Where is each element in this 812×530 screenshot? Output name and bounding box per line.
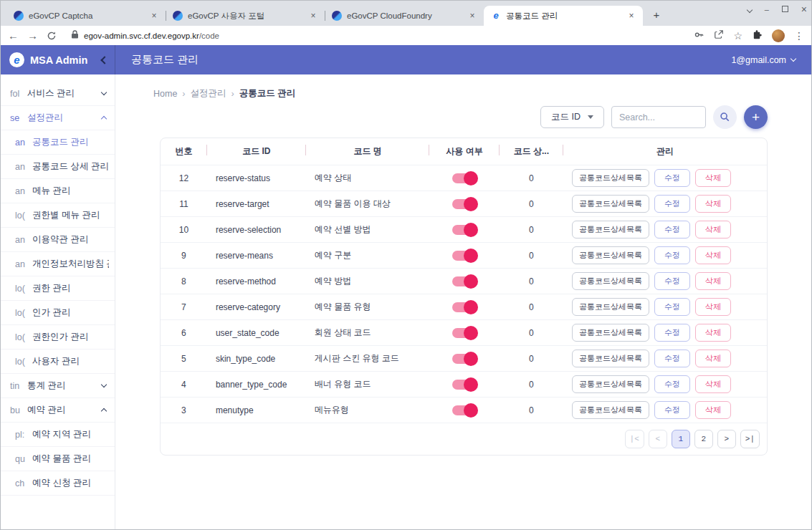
cell-detail-count: 0: [500, 191, 563, 217]
sidebar-item-label: 개인정보처리방침 관: [32, 258, 109, 270]
forward-icon[interactable]: →: [27, 29, 38, 42]
back-icon[interactable]: ←: [8, 29, 19, 42]
share-icon[interactable]: [714, 29, 724, 42]
edit-button[interactable]: 수정: [654, 195, 690, 213]
sidebar-item-사용자-관리[interactable]: lo(사용자 관리: [1, 350, 115, 374]
use-toggle-on[interactable]: [452, 276, 476, 286]
sidebar-item-예약-물품-관리[interactable]: qu예약 물품 관리: [1, 447, 115, 471]
new-tab-button[interactable]: +: [647, 6, 666, 24]
close-button[interactable]: ×: [801, 4, 807, 15]
delete-button[interactable]: 삭제: [695, 195, 731, 213]
page-2-button[interactable]: 2: [694, 430, 713, 448]
detail-list-button[interactable]: 공통코드상세목록: [572, 298, 649, 316]
detail-list-button[interactable]: 공통코드상세목록: [572, 272, 649, 290]
edit-button[interactable]: 수정: [654, 272, 690, 290]
browser-tab[interactable]: eGovCP Captcha×: [6, 6, 166, 26]
delete-button[interactable]: 삭제: [695, 350, 731, 367]
use-toggle-on[interactable]: [452, 302, 476, 312]
sidebar-item-공통코드-관리[interactable]: an공통코드 관리: [1, 130, 115, 155]
detail-list-button[interactable]: 공통코드상세목록: [572, 375, 649, 393]
sidebar-item-예약-신청-관리[interactable]: ch예약 신청 관리: [1, 471, 115, 496]
sidebar-item-권한-관리[interactable]: lo(권한 관리: [1, 276, 115, 301]
last-page-button[interactable]: >|: [740, 430, 760, 448]
sidebar-item-통계-관리[interactable]: tin통계 관리: [1, 374, 115, 398]
tab-search-chevron-icon[interactable]: [747, 5, 752, 14]
tab-close-icon[interactable]: ×: [626, 10, 637, 21]
filter-field-dropdown[interactable]: 코드 ID: [540, 106, 604, 128]
edit-button[interactable]: 수정: [654, 221, 690, 238]
edit-button[interactable]: 수정: [654, 401, 690, 419]
edit-button[interactable]: 수정: [654, 375, 690, 393]
delete-button[interactable]: 삭제: [695, 298, 731, 316]
tab-close-icon[interactable]: ×: [148, 10, 160, 21]
breadcrumb-home[interactable]: Home: [153, 89, 177, 99]
sidebar-item-메뉴-관리[interactable]: an메뉴 관리: [1, 179, 115, 203]
column-header-4: 사용 여부: [429, 138, 499, 165]
detail-list-button[interactable]: 공통코드상세목록: [572, 324, 649, 342]
use-toggle-on[interactable]: [452, 405, 476, 415]
sidebar-item-개인정보처리방침-관[interactable]: an개인정보처리방침 관: [1, 252, 115, 276]
tab-close-icon[interactable]: ×: [307, 10, 319, 21]
detail-list-button[interactable]: 공통코드상세목록: [572, 246, 649, 264]
sidebar-item-예약-지역-관리[interactable]: pl:예약 지역 관리: [1, 423, 115, 447]
edit-button[interactable]: 수정: [654, 350, 690, 367]
use-toggle-on[interactable]: [452, 380, 476, 390]
address-bar[interactable]: egov-admin.svc.cf.dev.egovp.kr/code: [65, 30, 685, 41]
detail-list-button[interactable]: 공통코드상세목록: [572, 401, 649, 419]
detail-list-button[interactable]: 공통코드상세목록: [572, 195, 649, 213]
cell-no: 8: [161, 269, 207, 294]
sidebar-item-이용약관-관리[interactable]: an이용약관 관리: [1, 228, 115, 252]
next-page-button[interactable]: >: [717, 430, 736, 448]
page-1-button[interactable]: 1: [672, 430, 690, 448]
delete-button[interactable]: 삭제: [695, 272, 731, 290]
browser-tab[interactable]: eGovCP CloudFoundry×: [325, 6, 484, 26]
delete-button[interactable]: 삭제: [695, 246, 731, 264]
maximize-button[interactable]: [782, 5, 788, 14]
sidebar-item-권한인가-관리[interactable]: lo(권한인가 관리: [1, 325, 115, 350]
use-toggle-on[interactable]: [452, 354, 476, 364]
sidebar-item-서비스-관리[interactable]: fol서비스 관리: [1, 82, 115, 106]
use-toggle-on[interactable]: [452, 328, 476, 338]
delete-button[interactable]: 삭제: [695, 221, 731, 238]
edit-button[interactable]: 수정: [654, 169, 690, 187]
edit-button[interactable]: 수정: [654, 246, 690, 264]
detail-list-button[interactable]: 공통코드상세목록: [572, 221, 649, 238]
user-menu[interactable]: 1@gmail.com: [731, 55, 796, 65]
url-text[interactable]: egov-admin.svc.cf.dev.egovp.kr/code: [84, 32, 219, 40]
sidebar-item-설정관리[interactable]: se설정관리: [1, 106, 115, 130]
sidebar-item-예약-관리[interactable]: bu예약 관리: [1, 398, 115, 423]
delete-button[interactable]: 삭제: [695, 375, 731, 393]
password-key-icon[interactable]: [694, 29, 704, 42]
sidebar-collapse-icon[interactable]: [100, 56, 108, 64]
browser-tab[interactable]: e공통코드 관리×: [484, 6, 643, 26]
profile-avatar[interactable]: [772, 29, 785, 42]
sidebar-item-권한별-메뉴-관리[interactable]: lo(권한별 메뉴 관리: [1, 203, 115, 228]
bookmark-star-icon[interactable]: ☆: [733, 30, 742, 42]
lock-icon[interactable]: [71, 30, 79, 41]
breadcrumb-settings[interactable]: 설정관리: [191, 87, 226, 100]
use-toggle-on[interactable]: [452, 251, 476, 261]
delete-button[interactable]: 삭제: [695, 401, 731, 419]
menu-ligature-icon: fol: [10, 89, 22, 99]
menu-dots-icon[interactable]: ⋮: [794, 30, 804, 42]
minimize-button[interactable]: –: [765, 5, 769, 14]
browser-tab[interactable]: eGovCP 사용자 포털×: [166, 6, 325, 26]
sidebar-item-인가-관리[interactable]: lo(인가 관리: [1, 301, 115, 325]
edit-button[interactable]: 수정: [654, 298, 690, 316]
detail-list-button[interactable]: 공통코드상세목록: [572, 169, 649, 187]
detail-list-button[interactable]: 공통코드상세목록: [572, 350, 649, 367]
delete-button[interactable]: 삭제: [695, 324, 731, 342]
search-input[interactable]: [611, 106, 706, 128]
reload-icon[interactable]: [47, 31, 57, 41]
edit-button[interactable]: 수정: [654, 324, 690, 342]
extensions-puzzle-icon[interactable]: [752, 29, 763, 42]
search-button[interactable]: [713, 105, 737, 129]
use-toggle-on[interactable]: [452, 225, 476, 235]
cell-actions: 공통코드상세목록수정삭제: [563, 217, 767, 243]
tab-close-icon[interactable]: ×: [467, 10, 478, 21]
add-code-button[interactable]: +: [744, 105, 768, 129]
sidebar-item-공통코드-상세-관리[interactable]: an공통코드 상세 관리: [1, 155, 115, 179]
delete-button[interactable]: 삭제: [695, 169, 731, 187]
use-toggle-on[interactable]: [452, 199, 476, 209]
use-toggle-on[interactable]: [452, 173, 476, 183]
